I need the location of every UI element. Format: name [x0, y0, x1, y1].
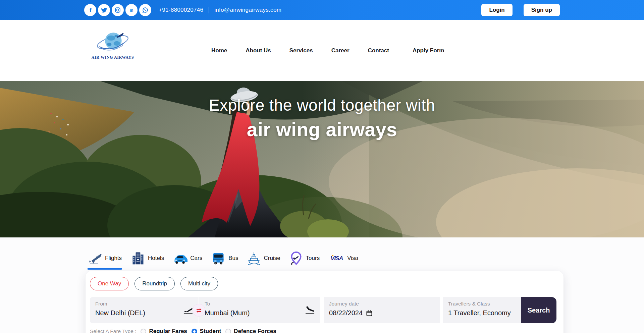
- instagram-icon[interactable]: [112, 4, 124, 16]
- trip-type-one-way[interactable]: One Way: [90, 277, 129, 290]
- tab-label: Bus: [228, 255, 238, 262]
- topbar-phone[interactable]: +91-8800020746: [159, 7, 203, 13]
- trip-type-multi-city[interactable]: Multi city: [180, 277, 218, 290]
- fare-type-label: Select A Fare Type :: [90, 328, 136, 333]
- twitter-icon[interactable]: [98, 4, 110, 16]
- calendar-icon[interactable]: [366, 310, 373, 317]
- logo-globe-icon: [93, 27, 133, 53]
- hero-title: Explore the world together with air wing…: [0, 96, 644, 141]
- tab-cruise[interactable]: Cruise: [247, 251, 280, 266]
- fare-option-student[interactable]: Student: [192, 328, 221, 333]
- tab-label: Flights: [105, 255, 122, 262]
- fare-option-defence[interactable]: Defence Forces: [225, 328, 276, 333]
- tab-label: Tours: [306, 255, 320, 262]
- journey-date-label: Journey date: [329, 301, 435, 307]
- hero-banner: Explore the world together with air wing…: [0, 81, 644, 237]
- from-value: New Delhi (DEL): [95, 309, 193, 317]
- travellers-label: Travellers & Class: [448, 301, 516, 307]
- nav-home[interactable]: Home: [211, 47, 227, 54]
- tab-tours[interactable]: Tours: [289, 251, 320, 266]
- journey-date-field[interactable]: Journey date 08/22/2024: [324, 297, 440, 323]
- nav-services[interactable]: Services: [289, 47, 313, 54]
- tab-flights[interactable]: Flights: [88, 251, 122, 266]
- main-nav: Home About Us Services Career Contact Ap…: [211, 20, 444, 81]
- flight-icon: [88, 251, 102, 266]
- nav-career[interactable]: Career: [331, 47, 350, 54]
- radio-unchecked-icon[interactable]: [141, 329, 146, 333]
- tab-cars[interactable]: Cars: [173, 251, 202, 266]
- nav-apply-form[interactable]: Apply Form: [413, 47, 444, 54]
- topbar-divider: [209, 7, 209, 13]
- trip-type-selector: One Way Roundtrip Multi city: [90, 277, 557, 290]
- svg-text:VISA: VISA: [331, 255, 343, 262]
- tab-label: Visa: [347, 255, 358, 262]
- tab-label: Cars: [190, 255, 202, 262]
- logo-text: AIR WING AIRWAYS: [86, 55, 140, 60]
- tab-hotels[interactable]: Hotels: [130, 251, 164, 266]
- to-label: To: [205, 301, 315, 307]
- to-field[interactable]: To Mumbai (Mum): [199, 297, 320, 323]
- swap-arrows-icon: [196, 307, 202, 314]
- service-tabs: Flights Hotels: [88, 251, 358, 266]
- tab-visa[interactable]: VISA Visa: [328, 251, 358, 266]
- tours-pin-icon: [289, 251, 303, 266]
- logo[interactable]: AIR WING AIRWAYS: [86, 27, 140, 60]
- hotel-icon: [130, 251, 145, 266]
- fare-option-label: Regular Fares: [149, 328, 187, 333]
- flight-search-card: One Way Roundtrip Multi city From New De…: [86, 271, 564, 333]
- car-icon: [173, 251, 187, 266]
- radio-checked-icon[interactable]: [192, 329, 197, 333]
- search-fields-row: From New Delhi (DEL) To Mumbai (Mum): [90, 297, 557, 323]
- travellers-value: 1 Traveller, Economy: [448, 309, 516, 317]
- to-value: Mumbai (Mum): [205, 309, 315, 317]
- whatsapp-icon[interactable]: [139, 4, 151, 16]
- hero-title-line2: air wing airways: [0, 118, 644, 141]
- cruise-icon: [247, 251, 261, 266]
- topbar: f in +91-8800020746 info@airwingairways.…: [0, 0, 644, 20]
- hero-title-line1: Explore the world together with: [0, 96, 644, 114]
- travellers-class-field[interactable]: Travellers & Class 1 Traveller, Economy: [443, 297, 521, 323]
- fare-option-regular[interactable]: Regular Fares: [141, 328, 187, 333]
- journey-date-value: 08/22/2024: [329, 309, 363, 317]
- fare-option-label: Student: [200, 328, 221, 333]
- header: AIR WING AIRWAYS Home About Us Services …: [0, 20, 644, 81]
- visa-icon: VISA: [328, 251, 344, 266]
- tab-bus[interactable]: Bus: [211, 251, 238, 266]
- social-links: f in: [84, 4, 151, 16]
- swap-cities-button[interactable]: [193, 304, 205, 317]
- tab-label: Hotels: [148, 255, 164, 262]
- plane-landing-icon: [304, 304, 316, 317]
- login-button[interactable]: Login: [481, 4, 512, 16]
- fare-option-label: Defence Forces: [234, 328, 276, 333]
- trip-type-roundtrip[interactable]: Roundtrip: [135, 277, 175, 290]
- topbar-button-divider: [518, 6, 518, 14]
- search-button[interactable]: Search: [521, 297, 556, 323]
- linkedin-icon[interactable]: in: [125, 4, 138, 16]
- nav-about-us[interactable]: About Us: [246, 47, 271, 54]
- topbar-email[interactable]: info@airwingairways.com: [214, 7, 281, 13]
- bus-icon: [211, 251, 226, 266]
- nav-contact[interactable]: Contact: [368, 47, 389, 54]
- plane-takeoff-icon: [182, 304, 194, 317]
- facebook-icon[interactable]: f: [84, 4, 96, 16]
- radio-unchecked-icon[interactable]: [225, 329, 231, 333]
- from-label: From: [95, 301, 193, 307]
- svg-text:in: in: [130, 8, 133, 13]
- svg-text:f: f: [90, 7, 92, 13]
- booking-section: Flights Hotels: [0, 237, 644, 333]
- tab-label: Cruise: [264, 255, 280, 262]
- from-field[interactable]: From New Delhi (DEL): [90, 297, 199, 323]
- signup-button[interactable]: Sign up: [524, 4, 560, 16]
- fare-type-row: Select A Fare Type : Regular Fares Stude…: [90, 328, 557, 333]
